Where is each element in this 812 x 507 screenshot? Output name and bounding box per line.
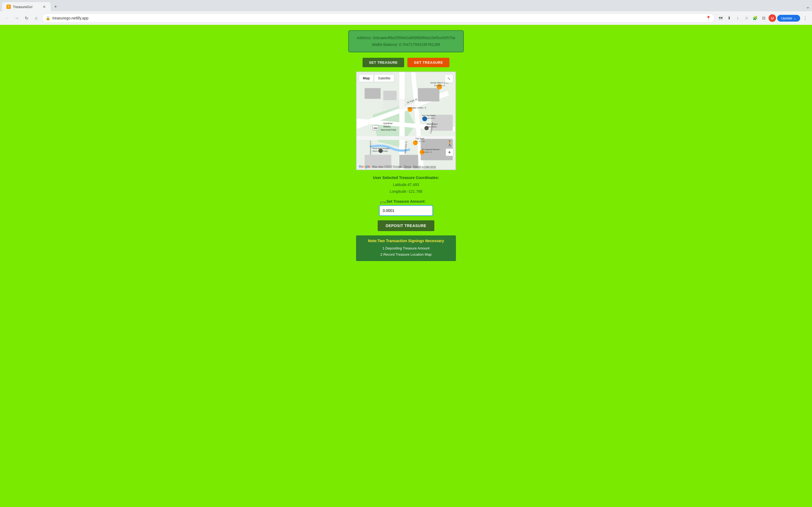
- amount-input-wrapper: ETH: [379, 205, 433, 216]
- eth-label: ETH: [380, 201, 386, 204]
- svg-text:Department...: Department...: [426, 126, 438, 128]
- map-tab-satellite[interactable]: Satellite: [374, 74, 394, 82]
- tab-title: TreasureGo!: [13, 5, 33, 9]
- forward-button[interactable]: →: [13, 14, 20, 22]
- update-button[interactable]: Update ⌄: [777, 15, 800, 21]
- svg-text:The Swirl: The Swirl: [415, 138, 424, 140]
- home-button[interactable]: ⌂: [33, 14, 40, 22]
- svg-text:Washington: Washington: [426, 123, 438, 125]
- action-buttons: SET TREASURE GET TREASURE: [362, 58, 450, 67]
- back-button[interactable]: ←: [3, 14, 11, 22]
- wallet-info-card: Address: 0xbcaee4f6a255feb2a85bf0bf66a10…: [348, 30, 464, 52]
- address-bar[interactable]: 🔒 treasurego.netlify.app 📍: [42, 13, 714, 23]
- lock-icon: 🔒: [46, 16, 50, 20]
- svg-rect-10: [418, 88, 440, 102]
- share-icon-button[interactable]: ↑: [734, 14, 742, 22]
- extensions-icon-button[interactable]: 🧩: [751, 14, 759, 22]
- map-tab-map[interactable]: Map: [359, 74, 374, 82]
- wallet-balance: Wallet Balance: 0.704717593195781289: [357, 41, 455, 48]
- coordinates-section: User Selected Treasure Coordinates: Lati…: [373, 174, 439, 195]
- profile-avatar[interactable]: U: [768, 14, 776, 22]
- svg-rect-8: [365, 88, 381, 99]
- note-card: Note:Two Transaction Signings Necessary …: [356, 235, 456, 261]
- svg-text:202: 202: [373, 127, 378, 129]
- latitude-display: Latitude:47.493: [373, 181, 439, 188]
- map-container[interactable]: Map Satellite ⤡ 🚶 +: [356, 71, 456, 170]
- map-data-text: Map data ©2023 Google: [372, 165, 401, 168]
- svg-text:Huxdotter Coffee ☕: Huxdotter Coffee ☕: [407, 106, 427, 109]
- update-chevron-icon: ⌄: [793, 16, 796, 20]
- browser-tab-bar: T TreasureGo! ✕ + ⌄: [0, 0, 812, 11]
- svg-rect-9: [383, 91, 397, 101]
- wallet-address: Address: 0xbcaee4f6a255feb2a85bf0bf66a10…: [357, 35, 455, 41]
- location-icon: 📍: [706, 16, 711, 20]
- browser-chrome: T TreasureGo! ✕ + ⌄ ← → ↻ ⌂ 🔒 treasurego…: [0, 0, 812, 25]
- get-treasure-button[interactable]: GET TREASURE: [407, 58, 450, 67]
- svg-text:Hardware store: Hardware store: [422, 117, 434, 119]
- note-items: 1.Depositing Treasure Amount 2.Record Tr…: [361, 245, 451, 258]
- bookmark-icon-button[interactable]: ☆: [743, 14, 750, 22]
- reload-button[interactable]: ↻: [23, 14, 30, 22]
- map-pegman-icon[interactable]: 🚶: [447, 140, 453, 147]
- note-item-1: 1.Depositing Treasure Amount: [361, 245, 451, 251]
- set-treasure-button[interactable]: SET TREASURE: [362, 58, 404, 67]
- tab-close-button[interactable]: ✕: [42, 5, 46, 9]
- svg-text:Mexican • $: Mexican • $: [422, 151, 431, 153]
- maps-icon-button[interactable]: 🗺: [717, 14, 724, 22]
- coordinates-title: User Selected Treasure Coordinates:: [373, 174, 439, 181]
- svg-text:Moon River Suites: Moon River Suites: [372, 150, 388, 152]
- map-footer: Google Map data ©2023 Google Terms Repor…: [359, 165, 436, 168]
- nav-icons: 🗺 ⬇ ↑ ☆ 🧩 ⊟ U Update ⌄ ⋮: [717, 14, 809, 22]
- svg-text:North Bend Escapes: North Bend Escapes: [372, 148, 390, 150]
- amount-input[interactable]: [379, 205, 433, 216]
- url-text: treasurego.netlify.app: [52, 16, 704, 20]
- profile-icon-button[interactable]: ⊟: [760, 14, 767, 22]
- google-logo: Google: [359, 165, 370, 168]
- more-options-button[interactable]: ⋮: [801, 14, 809, 22]
- amount-label: Set Treasure Amount:: [379, 199, 433, 204]
- svg-text:Fro-Yo • $$: Fro-Yo • $$: [415, 140, 425, 143]
- map-svg: W Park St Cedar Ave Main Ave S N Bend Bl…: [357, 72, 455, 170]
- svg-text:El Caporal Mexica...: El Caporal Mexica...: [422, 148, 441, 151]
- note-item-2: 2.Record Treasure Location Map: [361, 251, 451, 258]
- svg-text:Ace Hardware: Ace Hardware: [422, 114, 436, 117]
- browser-tab[interactable]: T TreasureGo! ✕: [2, 2, 51, 11]
- svg-text:Sandwich • $: Sandwich • $: [434, 85, 445, 87]
- map-tabs: Map Satellite: [359, 74, 394, 82]
- svg-text:Gardiner: Gardiner: [383, 122, 393, 125]
- note-title: Note:Two Transaction Signings Necessary: [361, 239, 451, 243]
- map-expand-button[interactable]: ⤡: [445, 74, 453, 83]
- svg-text:Weeks: Weeks: [383, 125, 391, 128]
- map-zoom-in-button[interactable]: +: [446, 149, 453, 156]
- map-terms-link[interactable]: Terms: [404, 165, 411, 168]
- page-content: Address: 0xbcaee4f6a255feb2a85bf0bf66a10…: [0, 25, 812, 507]
- map-report-link[interactable]: Report a map error: [413, 165, 436, 168]
- svg-text:N Bend Blvd N: N Bend Blvd N: [369, 141, 372, 155]
- browser-nav-bar: ← → ↻ ⌂ 🔒 treasurego.netlify.app 📍 🗺 ⬇ ↑…: [0, 11, 812, 25]
- deposit-treasure-button[interactable]: DEPOSIT TREASURE: [378, 220, 434, 231]
- tab-favicon: T: [6, 5, 11, 9]
- new-tab-button[interactable]: +: [52, 3, 59, 10]
- download-icon-button[interactable]: ⬇: [726, 14, 733, 22]
- minimize-icon[interactable]: ⌄: [806, 4, 810, 10]
- svg-text:Memorial Park: Memorial Park: [381, 128, 396, 131]
- longitude-display: Longitude:-121.788: [373, 188, 439, 195]
- amount-section: Set Treasure Amount: ETH: [379, 199, 433, 216]
